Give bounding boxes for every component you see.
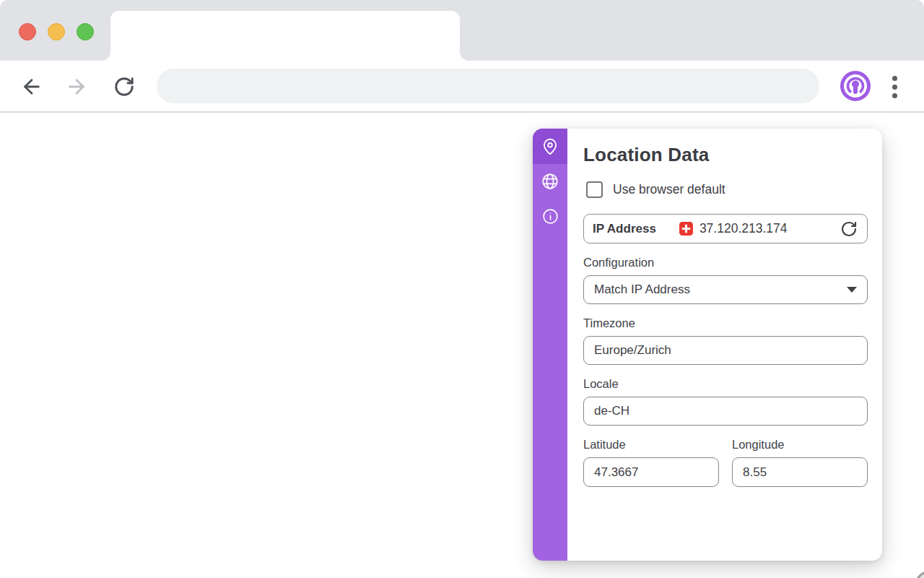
locale-label: Locale — [583, 377, 868, 390]
extension-button[interactable] — [840, 70, 871, 102]
close-window-button[interactable] — [19, 23, 36, 40]
address-bar-input[interactable] — [157, 69, 819, 103]
browser-tab[interactable] — [110, 11, 460, 61]
use-browser-default-row: Use browser default — [583, 180, 868, 199]
configuration-group: Configuration Match IP Address — [583, 256, 868, 304]
vytal-keyhole-icon — [840, 70, 871, 102]
timezone-group: Timezone — [583, 316, 868, 365]
forward-button[interactable] — [64, 74, 90, 100]
timezone-label: Timezone — [583, 316, 868, 329]
ip-address-label: IP Address — [593, 222, 656, 236]
extension-popup: Location Data Use browser default IP Add… — [533, 129, 882, 561]
popup-sidebar — [533, 129, 567, 561]
back-button[interactable] — [19, 74, 45, 100]
longitude-group: Longitude — [732, 438, 868, 487]
browser-window: Location Data Use browser default IP Add… — [0, 0, 924, 578]
kebab-menu-icon — [892, 76, 897, 81]
configuration-selected-value: Match IP Address — [594, 282, 690, 297]
sidebar-item-browser[interactable] — [533, 164, 567, 199]
switzerland-flag-icon — [679, 222, 693, 236]
arrow-left-icon — [20, 75, 43, 98]
minimize-window-button[interactable] — [48, 23, 65, 40]
locale-input[interactable] — [583, 397, 868, 426]
popup-content: Location Data Use browser default IP Add… — [567, 129, 882, 561]
tab-strip — [0, 0, 924, 61]
reload-button[interactable] — [111, 74, 137, 100]
maximize-window-button[interactable] — [77, 23, 94, 40]
timezone-input[interactable] — [583, 336, 868, 365]
chevron-down-icon — [847, 287, 857, 293]
configuration-select[interactable]: Match IP Address — [583, 275, 868, 304]
window-controls — [19, 23, 94, 40]
use-browser-default-label: Use browser default — [613, 182, 725, 197]
globe-icon — [541, 172, 559, 191]
refresh-ip-button[interactable] — [838, 218, 860, 240]
arrow-right-icon — [65, 75, 88, 98]
reload-icon — [113, 76, 135, 98]
ip-address-box: IP Address 37.120.213.174 — [583, 214, 868, 243]
sidebar-item-location[interactable] — [533, 129, 567, 164]
corner-artifact — [915, 571, 924, 578]
refresh-icon — [840, 220, 858, 238]
sidebar-item-info[interactable] — [533, 199, 567, 233]
longitude-label: Longitude — [732, 438, 868, 451]
info-icon — [541, 207, 559, 225]
ip-address-value: 37.120.213.174 — [699, 221, 788, 236]
latitude-label: Latitude — [583, 438, 719, 451]
tab-title — [110, 30, 123, 41]
latitude-input[interactable] — [583, 457, 719, 487]
browser-menu-button[interactable] — [884, 72, 905, 101]
locale-group: Locale — [583, 377, 868, 426]
configuration-label: Configuration — [583, 256, 868, 269]
latitude-group: Latitude — [583, 438, 719, 487]
location-pin-icon — [541, 137, 559, 156]
use-browser-default-checkbox[interactable] — [586, 181, 603, 198]
longitude-input[interactable] — [732, 457, 868, 487]
browser-toolbar — [0, 61, 924, 113]
popup-title: Location Data — [583, 143, 868, 166]
coordinates-row: Latitude Longitude — [583, 438, 868, 487]
